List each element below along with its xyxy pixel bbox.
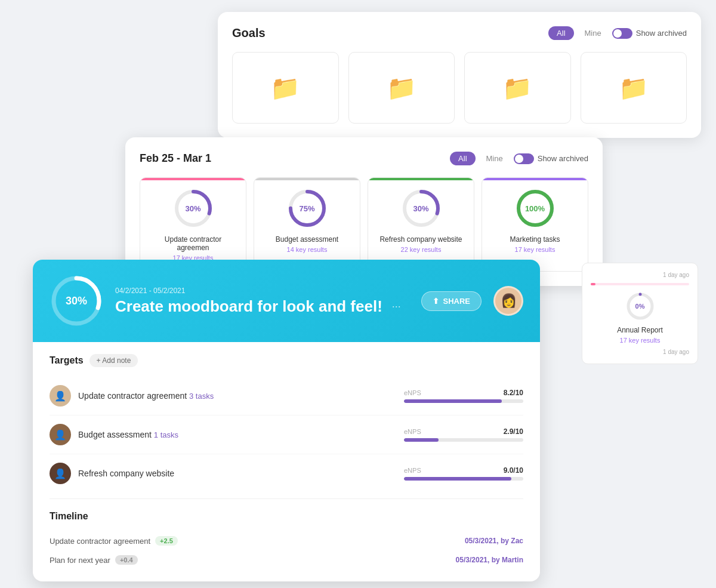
timeline-row-1: Update contractor agreement +2.5 05/3/20… (50, 531, 523, 550)
add-note-button[interactable]: + Add note (90, 354, 138, 367)
target-avatar-1: 👤 (50, 385, 71, 407)
right-donut-1: 0% (625, 291, 655, 321)
sprint-filter-all[interactable]: All (450, 152, 475, 165)
donut-3: 30% (400, 187, 442, 229)
target-row-3: 👤 Refresh company website eNPS 9.0/10 (50, 454, 523, 492)
folder-card-1[interactable]: 📁 (232, 52, 339, 124)
target-name-2: Budget assessment 1 tasks (78, 430, 397, 439)
timeline-meta-1: 05/3/2021, by Zac (465, 537, 523, 545)
avatar: 👩 (493, 286, 523, 316)
goal-card-name-4: Marketing tasks (510, 235, 560, 244)
target-avatar-2: 👤 (50, 424, 71, 445)
donut-2: 75% (286, 187, 328, 229)
donut-percent-3: 30% (413, 204, 428, 213)
targets-title: Targets (50, 355, 84, 366)
target-metric-1: eNPS 8.2/10 (404, 389, 523, 403)
folder-icon-3: 📁 (502, 76, 532, 100)
timeline-section: Timeline Update contractor agreement +2.… (50, 499, 523, 581)
goals-show-archived-toggle[interactable]: Show archived (612, 28, 687, 39)
timeline-by-1: Zac (511, 537, 523, 545)
goal-card-results-4: 17 key results (515, 246, 555, 253)
folder-card-4[interactable]: 📁 (581, 52, 687, 124)
targets-header: Targets + Add note (50, 354, 523, 367)
goal-card-1[interactable]: 30% Update contractor agreemen 17 key re… (140, 177, 246, 272)
main-title: Create moodboard for look and feel! (115, 297, 382, 316)
sprint-show-archived-label: Show archived (538, 154, 588, 163)
target-link-1[interactable]: 3 tasks (189, 392, 214, 401)
metric-label-row-3: eNPS 9.0/10 (404, 466, 523, 475)
right-card-time-1: 1 day ago (591, 272, 689, 278)
metric-bar-bg-3 (404, 477, 523, 481)
target-link-2[interactable]: 1 tasks (154, 430, 178, 439)
goal-card-2[interactable]: 75% Budget assessment 14 key results (254, 177, 360, 272)
targets-section: Targets + Add note 👤 Update contractor a… (50, 342, 523, 499)
donut-percent-1: 30% (185, 204, 200, 213)
sprint-header: Feb 25 - Mar 1 All Mine Show archived (140, 152, 588, 165)
folder-icon-1: 📁 (270, 76, 300, 100)
metric-value-2: 2.9/10 (504, 427, 523, 436)
folder-card-2[interactable]: 📁 (348, 52, 455, 124)
more-options-icon[interactable]: ··· (392, 300, 401, 313)
right-card-time2-1: 1 day ago (591, 349, 689, 355)
metric-value-1: 8.2/10 (504, 389, 523, 397)
sprint-show-archived-toggle[interactable]: Show archived (514, 153, 588, 164)
goals-filter-group: All Mine Show archived (548, 26, 687, 40)
goal-card-4[interactable]: 100% Marketing tasks 17 key results (482, 177, 588, 272)
goal-card-name-1: Update contractor agreemen (150, 235, 236, 252)
metric-bar-fill-2 (404, 438, 439, 442)
right-card-progress-fill-1 (591, 283, 595, 285)
main-header-info: 04/2/2021 - 05/2/2021 Create moodboard f… (115, 287, 409, 316)
share-label: SHARE (443, 297, 470, 306)
timeline-name-1: Update contractor agreement +2.5 (50, 536, 178, 546)
sprint-filter-group: All Mine Show archived (450, 152, 588, 165)
goal-card-name-2: Budget assessment (276, 235, 338, 244)
target-metric-3: eNPS 9.0/10 (404, 466, 523, 481)
timeline-meta-2: 05/3/2021, by Martin (456, 556, 523, 564)
metric-label-row-2: eNPS 2.9/10 (404, 427, 523, 436)
timeline-row-2: Plan for next year +0.4 05/3/2021, by Ma… (50, 550, 523, 569)
timeline-badge-1: +2.5 (155, 536, 178, 546)
toggle-switch-icon (612, 28, 632, 39)
folder-icon-4: 📁 (619, 76, 649, 100)
target-avatar-3: 👤 (50, 463, 71, 484)
sprint-title: Feb 25 - Mar 1 (140, 152, 211, 165)
goal-card-results-2: 14 key results (287, 246, 328, 253)
donut-4: 100% (514, 187, 556, 229)
metric-label-3: eNPS (404, 467, 421, 474)
sprint-filter-mine[interactable]: Mine (482, 152, 508, 165)
goal-card-name-3: Refresh company website (379, 235, 462, 244)
right-card-name-1: Annual Report (591, 326, 689, 334)
main-panel-header: 30% 04/2/2021 - 05/2/2021 Create moodboa… (33, 260, 540, 342)
goals-filter-all[interactable]: All (548, 26, 573, 40)
metric-label-2: eNPS (404, 428, 421, 435)
metric-value-3: 9.0/10 (504, 466, 523, 475)
folder-icon-2: 📁 (387, 76, 416, 100)
timeline-name-2: Plan for next year +0.4 (50, 555, 138, 565)
timeline-badge-2: +0.4 (115, 555, 138, 565)
metric-bar-bg-1 (404, 399, 523, 403)
goals-filter-mine[interactable]: Mine (580, 26, 606, 40)
timeline-by-2: Martin (502, 556, 523, 564)
share-icon: ⬆ (433, 297, 439, 306)
main-percent: 30% (66, 295, 87, 307)
donut-percent-4: 100% (525, 204, 545, 213)
metric-bar-fill-1 (404, 399, 502, 403)
right-panel: 1 day ago 0% Annual Report 17 key result… (582, 263, 698, 371)
right-card-progress-bar-1 (591, 283, 689, 285)
right-percent-1: 0% (635, 303, 645, 310)
timeline-title: Timeline (50, 511, 523, 522)
target-row-1: 👤 Update contractor agreement 3 tasks eN… (50, 377, 523, 415)
goals-title: Goals (232, 26, 266, 40)
target-row-2: 👤 Budget assessment 1 tasks eNPS 2.9/10 (50, 415, 523, 454)
folder-card-3[interactable]: 📁 (464, 52, 571, 124)
target-name-3: Refresh company website (78, 469, 397, 478)
show-archived-label: Show archived (636, 29, 687, 38)
goal-card-3[interactable]: 30% Refresh company website 22 key resul… (368, 177, 474, 272)
donut-percent-2: 75% (299, 204, 314, 213)
goal-card-results-3: 22 key results (401, 246, 442, 253)
main-panel-body: Targets + Add note 👤 Update contractor a… (33, 342, 540, 581)
share-button[interactable]: ⬆ SHARE (421, 291, 482, 311)
right-card-results-1: 17 key results (591, 337, 689, 344)
goals-header: Goals All Mine Show archived (232, 26, 687, 40)
main-date: 04/2/2021 - 05/2/2021 (115, 287, 409, 295)
